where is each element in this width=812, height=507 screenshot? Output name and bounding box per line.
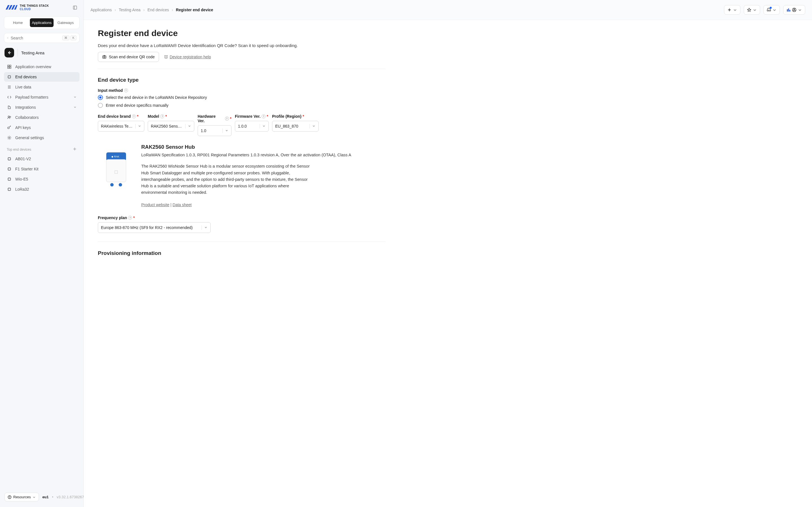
crumb-3: Register end device bbox=[176, 8, 213, 12]
help-link[interactable]: Device registration help bbox=[164, 55, 211, 59]
device-title: RAK2560 Sensor Hub bbox=[141, 144, 351, 150]
chip-icon bbox=[7, 166, 12, 172]
scan-qr-button[interactable]: Scan end device QR code bbox=[98, 52, 159, 62]
panel-left-icon bbox=[73, 5, 77, 10]
device-desc: The RAK2560 WisNode Sensor Hub is a modu… bbox=[141, 163, 310, 196]
inbox-button[interactable] bbox=[763, 5, 780, 15]
svg-rect-71 bbox=[788, 8, 789, 11]
resources-button[interactable]: Resources bbox=[4, 493, 39, 501]
nav-integrations[interactable]: Integrations bbox=[4, 103, 80, 112]
svg-point-22 bbox=[10, 116, 11, 117]
tab-applications[interactable]: Applications bbox=[30, 18, 54, 27]
top-device-0[interactable]: AB01-V2 bbox=[4, 154, 80, 164]
data-sheet-link[interactable]: Data sheet bbox=[172, 203, 192, 207]
top-device-label: AB01-V2 bbox=[15, 157, 31, 161]
chevron-down-icon bbox=[310, 124, 315, 128]
nav-payload[interactable]: Payload formatters bbox=[4, 93, 80, 102]
svg-rect-38 bbox=[8, 168, 10, 170]
cluster-id: eu1 bbox=[42, 495, 49, 499]
main: Applications › Testing Area › End device… bbox=[84, 0, 812, 507]
svg-point-67 bbox=[9, 496, 10, 496]
tab-gateways[interactable]: Gateways bbox=[54, 18, 78, 27]
logo-row: THE THINGS STACK CLOUD bbox=[4, 4, 80, 11]
content: Register end device Does your end device… bbox=[84, 20, 400, 284]
help-icon[interactable]: ? bbox=[128, 216, 132, 220]
nav-collaborators-label: Collaborators bbox=[15, 115, 39, 120]
svg-rect-9 bbox=[8, 76, 10, 78]
users-icon bbox=[7, 115, 12, 120]
nav-overview[interactable]: Application overview bbox=[4, 62, 80, 71]
nav-api-keys[interactable]: API keys bbox=[4, 123, 80, 132]
logo-icon bbox=[5, 4, 17, 11]
sidebar-tabs: Home Applications Gateways bbox=[4, 16, 80, 29]
brand-select[interactable]: RAKwireless Tec... bbox=[98, 121, 144, 131]
crumb-1[interactable]: Testing Area bbox=[119, 8, 140, 12]
crumb-2[interactable]: End devices bbox=[147, 8, 169, 12]
grid-icon bbox=[7, 64, 12, 69]
top-device-2[interactable]: Wio-E5 bbox=[4, 174, 80, 184]
search-box[interactable]: ⌘ K bbox=[4, 33, 80, 43]
qr-row: Scan end device QR code Device registrat… bbox=[98, 52, 386, 69]
nav-collaborators[interactable]: Collaborators bbox=[4, 113, 80, 122]
top-device-label: F1 Starter Kit bbox=[15, 167, 38, 171]
svg-point-76 bbox=[104, 56, 105, 58]
brand-logo[interactable]: THE THINGS STACK CLOUD bbox=[5, 4, 49, 11]
input-method-radios: Select the end device in the LoRaWAN Dev… bbox=[98, 95, 386, 108]
star-button[interactable] bbox=[744, 5, 760, 15]
radio-manual[interactable]: Enter end device specifics manually bbox=[98, 103, 386, 108]
crumb-0[interactable]: Applications bbox=[91, 8, 112, 12]
search-icon bbox=[7, 36, 8, 40]
collapse-sidebar-button[interactable] bbox=[71, 4, 79, 11]
chevron-down-icon bbox=[73, 95, 77, 100]
camera-icon bbox=[102, 55, 107, 59]
org-icon bbox=[786, 8, 791, 12]
svg-rect-0 bbox=[73, 6, 77, 9]
nav-end-devices[interactable]: End devices bbox=[4, 72, 80, 82]
profile-label: Profile (Region) bbox=[272, 114, 301, 119]
sidebar: THE THINGS STACK CLOUD Home Applications… bbox=[0, 0, 84, 507]
nav-live-data[interactable]: Live data bbox=[4, 82, 80, 92]
radio-unchecked-icon bbox=[98, 103, 103, 108]
nav-general-settings[interactable]: General settings bbox=[4, 133, 80, 143]
device-body: RAK2560 Sensor Hub LoRaWAN Specification… bbox=[141, 144, 351, 207]
fw-select[interactable]: 1.0.0 bbox=[235, 121, 269, 131]
chevron-down-icon bbox=[798, 8, 802, 12]
model-label: Model bbox=[148, 114, 159, 119]
chip-icon bbox=[7, 177, 12, 182]
profile-select[interactable]: EU_863_870 bbox=[272, 121, 319, 131]
chevron-down-icon bbox=[222, 128, 229, 133]
help-icon[interactable]: ? bbox=[262, 114, 266, 118]
svg-point-82 bbox=[119, 183, 122, 186]
back-button[interactable] bbox=[4, 48, 14, 57]
svg-rect-29 bbox=[8, 158, 10, 160]
arrow-left-icon bbox=[7, 50, 11, 55]
chevron-down-icon bbox=[753, 8, 757, 12]
section-provisioning: Provisioning information bbox=[98, 250, 386, 256]
top-device-3[interactable]: LoRa32 bbox=[4, 184, 80, 194]
svg-point-21 bbox=[8, 116, 10, 117]
model-select[interactable]: RAK2560 Senso... bbox=[148, 121, 194, 131]
freq-plan-select[interactable]: Europe 863-870 MHz (SF9 for RX2 - recomm… bbox=[98, 222, 211, 233]
chevron-down-icon bbox=[202, 225, 207, 230]
account-button[interactable] bbox=[783, 5, 805, 15]
add-button[interactable] bbox=[724, 5, 741, 15]
list-icon bbox=[7, 84, 12, 90]
sidebar-nav: Application overview End devices Live da… bbox=[4, 62, 80, 194]
svg-rect-7 bbox=[8, 67, 9, 68]
puzzle-icon bbox=[7, 105, 12, 110]
search-input[interactable] bbox=[11, 36, 60, 40]
help-icon[interactable]: ? bbox=[124, 89, 128, 93]
plus-icon[interactable] bbox=[73, 147, 77, 152]
help-icon[interactable]: ? bbox=[132, 114, 136, 118]
product-website-link[interactable]: Product website bbox=[141, 203, 169, 207]
radio-repository[interactable]: Select the end device in the LoRaWAN Dev… bbox=[98, 95, 386, 100]
top-device-1[interactable]: F1 Starter Kit bbox=[4, 164, 80, 174]
tab-home[interactable]: Home bbox=[6, 18, 30, 27]
svg-rect-8 bbox=[10, 67, 11, 68]
help-icon[interactable]: ? bbox=[160, 114, 164, 118]
nav-integrations-label: Integrations bbox=[15, 105, 36, 110]
help-icon[interactable]: ? bbox=[225, 117, 229, 121]
breadcrumb: Applications › Testing Area › End device… bbox=[91, 8, 213, 12]
context-row: Testing Area bbox=[4, 48, 80, 57]
hw-select[interactable]: 1.0 bbox=[198, 125, 232, 136]
